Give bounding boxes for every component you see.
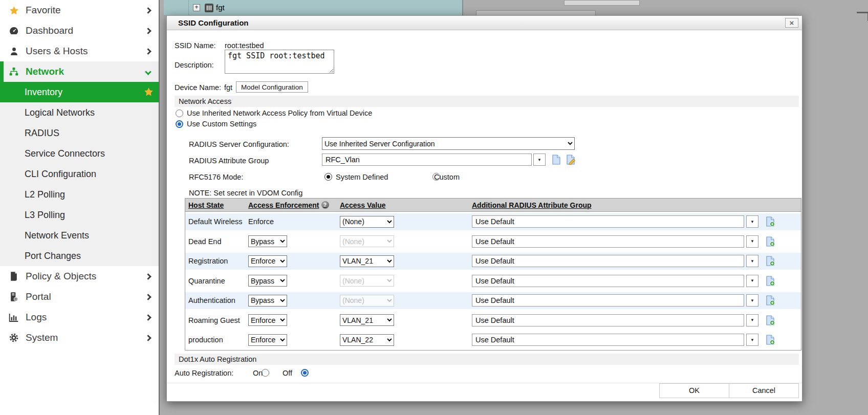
radius-server-config-select[interactable]: Use Inherited Server Configuration — [322, 137, 575, 150]
sidebar-item-favorite[interactable]: Favorite — [0, 0, 159, 20]
enforcement-select[interactable]: Enforce — [248, 255, 287, 267]
attribute-group-dropdown-button[interactable]: ▼ — [746, 334, 758, 346]
tree-item-label[interactable]: fgt — [216, 3, 225, 12]
sidebar-item-system[interactable]: System — [0, 327, 159, 348]
sidebar-item-inventory[interactable]: Inventory — [0, 82, 159, 102]
table-row: Quarantine Bypass (None) ▼ — [185, 271, 801, 291]
sidebar-item-cli-configuration[interactable]: CLI Configuration — [0, 164, 159, 184]
sidebar-item-l3-polling[interactable]: L3 Polling — [0, 205, 159, 225]
access-value-select[interactable]: VLAN_22 — [340, 334, 394, 346]
chevron-right-icon — [146, 20, 150, 41]
attribute-group-input[interactable] — [472, 334, 744, 346]
sidebar-item-network[interactable]: Network — [0, 61, 159, 82]
tree-guide-line — [188, 0, 189, 16]
sidebar-item-logs[interactable]: Logs — [0, 307, 159, 327]
access-value-select[interactable]: VLAN_21 — [340, 314, 394, 326]
enforcement-select[interactable]: Bypass — [248, 275, 287, 287]
table-row: production Enforce VLAN_22 ▼ — [185, 330, 801, 350]
add-attribute-group-icon[interactable] — [551, 155, 561, 165]
ssid-name-value: root:testbed — [225, 41, 264, 50]
enforcement-select[interactable]: Enforce — [248, 314, 287, 326]
logs-chart-icon — [8, 313, 20, 322]
attribute-group-input[interactable] — [472, 215, 744, 228]
dropdown-arrow-icon: ▼ — [537, 158, 541, 162]
access-value-select[interactable]: (None) — [340, 216, 394, 228]
attribute-group-dropdown-button[interactable]: ▼ — [746, 294, 758, 307]
portal-server-icon — [8, 292, 20, 302]
auto-registration-off-radio[interactable] — [301, 369, 309, 377]
help-icon[interactable]: ? — [321, 201, 329, 209]
sidebar-item-users-hosts[interactable]: Users & Hosts — [0, 41, 159, 61]
enforcement-select[interactable]: Enforce — [248, 334, 287, 346]
auto-registration-label: Auto Registration: — [175, 369, 233, 377]
attribute-group-input[interactable] — [472, 235, 744, 248]
col-header-access-value: Access Value — [336, 201, 468, 209]
rfc5176-system-defined-radio[interactable] — [324, 173, 332, 181]
attribute-group-dropdown-button[interactable]: ▼ — [746, 275, 758, 287]
sidebar-item-l2-polling[interactable]: L2 Polling — [0, 184, 159, 205]
close-icon[interactable]: × — [785, 18, 798, 28]
sidebar-item-label: Policy & Objects — [26, 271, 96, 282]
sidebar-item-policy-objects[interactable]: Policy & Objects — [0, 266, 159, 287]
radius-attribute-group-label: RADIUS Attribute Group — [189, 157, 269, 165]
enforcement-select[interactable]: Bypass — [248, 235, 287, 247]
host-state-value: Default Wireless — [188, 217, 243, 226]
sidebar-item-dashboard[interactable]: Dashboard — [0, 20, 159, 41]
table-row: Default Wireless Enforce (None) ▼ — [185, 212, 801, 232]
table-header-row: Host State Access Enforcement? Access Va… — [185, 199, 801, 212]
access-value-select[interactable]: VLAN_21 — [340, 255, 394, 267]
sidebar-item-label: Logical Networks — [25, 107, 95, 118]
attribute-group-input[interactable] — [472, 275, 744, 287]
attribute-group-dropdown-button[interactable]: ▼ — [533, 154, 546, 166]
device-icon — [205, 4, 213, 14]
sidebar-item-logical-networks[interactable]: Logical Networks — [0, 102, 159, 123]
sidebar-item-label: Port Changes — [25, 251, 81, 261]
add-attribute-group-icon[interactable] — [765, 295, 775, 305]
edit-attribute-group-icon[interactable] — [566, 155, 576, 165]
favorite-star-icon[interactable] — [144, 87, 154, 99]
model-configuration-button[interactable]: Model Configuration — [236, 81, 308, 93]
attribute-group-input[interactable] — [472, 255, 744, 267]
access-value-select: (None) — [340, 275, 394, 287]
dropdown-arrow-icon: ▼ — [750, 220, 754, 224]
attribute-group-dropdown-button[interactable]: ▼ — [746, 215, 758, 228]
radius-attribute-group-input[interactable] — [322, 154, 532, 166]
attribute-group-dropdown-button[interactable]: ▼ — [746, 255, 758, 267]
ok-button[interactable]: OK — [659, 383, 729, 398]
sidebar-item-label: L2 Polling — [25, 189, 65, 200]
description-input[interactable]: fgt SSID root:testbed — [225, 50, 334, 74]
custom-settings-radio[interactable] — [176, 120, 183, 128]
sidebar-item-radius[interactable]: RADIUS — [0, 123, 159, 143]
add-attribute-group-icon[interactable] — [765, 276, 775, 286]
attribute-group-input[interactable] — [472, 294, 744, 307]
add-attribute-group-icon[interactable] — [765, 256, 775, 266]
rfc5176-custom-label: Custom — [434, 173, 460, 181]
col-header-host-state: Host State — [185, 201, 246, 209]
chevron-right-icon — [146, 327, 150, 348]
attribute-group-dropdown-button[interactable]: ▼ — [746, 314, 758, 326]
sidebar-item-portal[interactable]: Portal — [0, 287, 159, 307]
sidebar-item-network-events[interactable]: Network Events — [0, 225, 159, 246]
table-row: Roaming Guest Enforce VLAN_21 ▼ — [185, 311, 801, 331]
attribute-group-dropdown-button[interactable]: ▼ — [746, 235, 758, 248]
enforcement-select[interactable]: Bypass — [248, 295, 287, 307]
sidebar-item-label: RADIUS — [25, 128, 59, 139]
add-attribute-group-icon[interactable] — [765, 315, 775, 325]
attribute-group-input[interactable] — [472, 314, 744, 326]
add-attribute-group-icon[interactable] — [765, 216, 775, 227]
chevron-down-icon — [146, 61, 150, 82]
sidebar-item-label: Inventory — [25, 87, 62, 98]
col-header-additional-attribute-group: Additional RADIUS Attribute Group — [468, 201, 799, 209]
add-attribute-group-icon[interactable] — [765, 236, 775, 247]
inherited-policy-radio[interactable] — [176, 110, 183, 117]
cancel-button[interactable]: Cancel — [729, 383, 799, 398]
host-state-value: Quarantine — [188, 277, 225, 285]
sidebar-item-service-connectors[interactable]: Service Connectors — [0, 143, 159, 164]
sidebar-item-label: Service Connectors — [25, 148, 105, 159]
sidebar-item-port-changes[interactable]: Port Changes — [0, 246, 159, 266]
dropdown-arrow-icon: ▼ — [750, 318, 754, 322]
network-tree-icon — [8, 67, 20, 77]
tree-expand-button[interactable]: + — [193, 4, 200, 11]
sidebar: Favorite Dashboard Users & Hosts Network… — [0, 0, 159, 415]
add-attribute-group-icon[interactable] — [765, 335, 775, 345]
